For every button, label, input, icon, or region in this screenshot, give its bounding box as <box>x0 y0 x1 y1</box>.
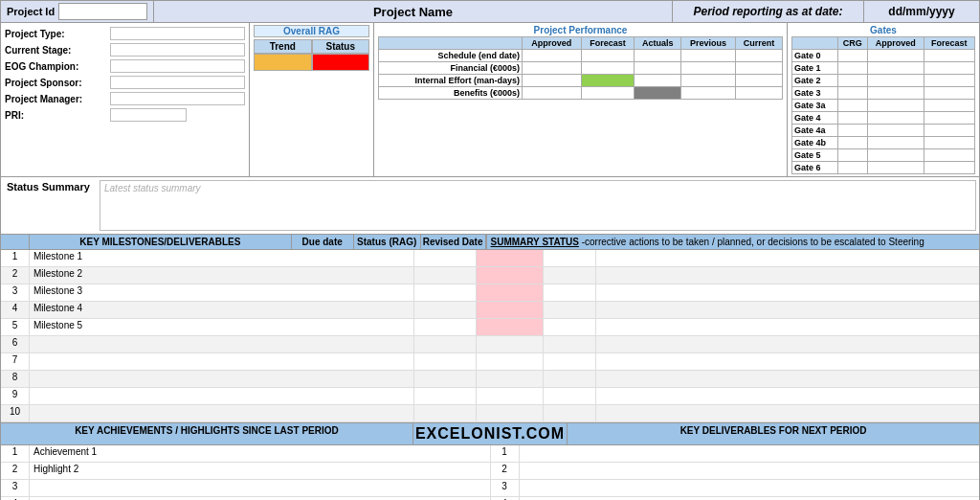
perf-benefits-forecast[interactable] <box>581 87 635 100</box>
gate-crg-cell[interactable] <box>837 137 867 149</box>
rag-status-cell[interactable] <box>312 54 370 71</box>
status-summary-content[interactable]: Latest status summary <box>100 180 976 231</box>
milestone-rag[interactable] <box>477 353 544 370</box>
milestone-name[interactable] <box>30 371 414 387</box>
milestone-rag[interactable] <box>477 371 544 387</box>
gate-forecast-cell[interactable] <box>924 75 974 87</box>
milestone-due[interactable] <box>414 267 477 284</box>
milestone-rag[interactable] <box>477 388 544 404</box>
milestone-summary[interactable] <box>596 284 980 301</box>
gate-approved-cell[interactable] <box>867 100 924 112</box>
perf-financial-actuals[interactable] <box>635 62 681 75</box>
perf-benefits-current[interactable] <box>735 87 782 100</box>
milestone-revised[interactable] <box>544 250 596 266</box>
gate-forecast-cell[interactable] <box>924 149 974 162</box>
milestone-summary[interactable] <box>596 371 980 387</box>
gate-forecast-cell[interactable] <box>924 50 974 62</box>
gate-approved-cell[interactable] <box>867 75 924 87</box>
milestone-revised[interactable] <box>544 336 596 352</box>
milestone-revised[interactable] <box>544 405 596 421</box>
gate-crg-cell[interactable] <box>837 87 867 100</box>
milestone-due[interactable] <box>414 302 477 318</box>
gate-crg-cell[interactable] <box>837 162 867 174</box>
milestone-revised[interactable] <box>544 388 596 404</box>
perf-schedule-approved[interactable] <box>523 50 582 62</box>
milestone-rag[interactable] <box>477 336 544 352</box>
milestone-rag[interactable] <box>477 267 544 284</box>
gate-crg-cell[interactable] <box>837 149 867 162</box>
milestone-due[interactable] <box>414 284 477 301</box>
milestone-summary[interactable] <box>596 267 980 284</box>
gate-crg-cell[interactable] <box>837 112 867 125</box>
milestone-due[interactable] <box>414 353 477 370</box>
perf-benefits-actuals[interactable] <box>635 87 681 100</box>
gate-crg-cell[interactable] <box>837 62 867 75</box>
gate-forecast-cell[interactable] <box>924 137 974 149</box>
milestone-due[interactable] <box>414 319 477 335</box>
gate-crg-cell[interactable] <box>837 125 867 137</box>
ach-text[interactable] <box>30 480 491 496</box>
milestone-name[interactable]: Milestone 2 <box>30 267 414 284</box>
milestone-rag[interactable] <box>477 319 544 335</box>
perf-benefits-previous[interactable] <box>681 87 735 100</box>
gate-approved-cell[interactable] <box>867 50 924 62</box>
milestone-name[interactable] <box>30 405 414 421</box>
perf-effort-actuals[interactable] <box>635 75 681 87</box>
del-text[interactable] <box>520 463 980 479</box>
perf-financial-approved[interactable] <box>523 62 582 75</box>
gate-approved-cell[interactable] <box>867 162 924 174</box>
milestone-name[interactable]: Milestone 4 <box>30 302 414 318</box>
gate-crg-cell[interactable] <box>837 75 867 87</box>
del-text[interactable] <box>520 480 980 496</box>
milestone-summary[interactable] <box>596 353 980 370</box>
milestone-due[interactable] <box>414 405 477 421</box>
perf-schedule-current[interactable] <box>735 50 782 62</box>
gate-approved-cell[interactable] <box>867 87 924 100</box>
project-type-input[interactable] <box>110 27 245 40</box>
gate-forecast-cell[interactable] <box>924 62 974 75</box>
milestone-rag[interactable] <box>477 405 544 421</box>
milestone-name[interactable]: Milestone 3 <box>30 284 414 301</box>
gate-approved-cell[interactable] <box>867 125 924 137</box>
gate-approved-cell[interactable] <box>867 149 924 162</box>
pri-input[interactable] <box>110 108 187 122</box>
perf-effort-approved[interactable] <box>523 75 582 87</box>
milestone-name[interactable]: Milestone 5 <box>30 319 414 335</box>
date-header[interactable]: dd/mm/yyyy <box>864 1 979 22</box>
milestone-revised[interactable] <box>544 353 596 370</box>
milestone-name[interactable] <box>30 353 414 370</box>
perf-effort-previous[interactable] <box>681 75 735 87</box>
del-text[interactable] <box>520 445 980 462</box>
ach-text[interactable]: Achievement 1 <box>30 445 491 462</box>
perf-financial-current[interactable] <box>735 62 782 75</box>
current-stage-input[interactable] <box>110 43 245 57</box>
milestone-name[interactable] <box>30 336 414 352</box>
gate-forecast-cell[interactable] <box>924 112 974 125</box>
milestone-summary[interactable] <box>596 336 980 352</box>
milestone-due[interactable] <box>414 371 477 387</box>
gate-forecast-cell[interactable] <box>924 125 974 137</box>
project-manager-input[interactable] <box>110 92 245 105</box>
gate-forecast-cell[interactable] <box>924 100 974 112</box>
milestone-revised[interactable] <box>544 371 596 387</box>
milestone-name[interactable]: Milestone 1 <box>30 250 414 266</box>
perf-effort-current[interactable] <box>735 75 782 87</box>
gate-approved-cell[interactable] <box>867 112 924 125</box>
project-id-input[interactable] <box>58 3 147 20</box>
milestone-due[interactable] <box>414 388 477 404</box>
milestone-due[interactable] <box>414 336 477 352</box>
milestone-summary[interactable] <box>596 319 980 335</box>
gate-crg-cell[interactable] <box>837 50 867 62</box>
perf-schedule-forecast[interactable] <box>581 50 635 62</box>
gate-forecast-cell[interactable] <box>924 162 974 174</box>
milestone-revised[interactable] <box>544 284 596 301</box>
eog-champion-input[interactable] <box>110 59 245 73</box>
milestone-summary[interactable] <box>596 302 980 318</box>
milestone-summary[interactable] <box>596 405 980 421</box>
gate-approved-cell[interactable] <box>867 62 924 75</box>
rag-trend-cell[interactable] <box>254 54 312 71</box>
gate-crg-cell[interactable] <box>837 100 867 112</box>
perf-financial-forecast[interactable] <box>581 62 635 75</box>
perf-financial-previous[interactable] <box>681 62 735 75</box>
perf-benefits-approved[interactable] <box>523 87 582 100</box>
